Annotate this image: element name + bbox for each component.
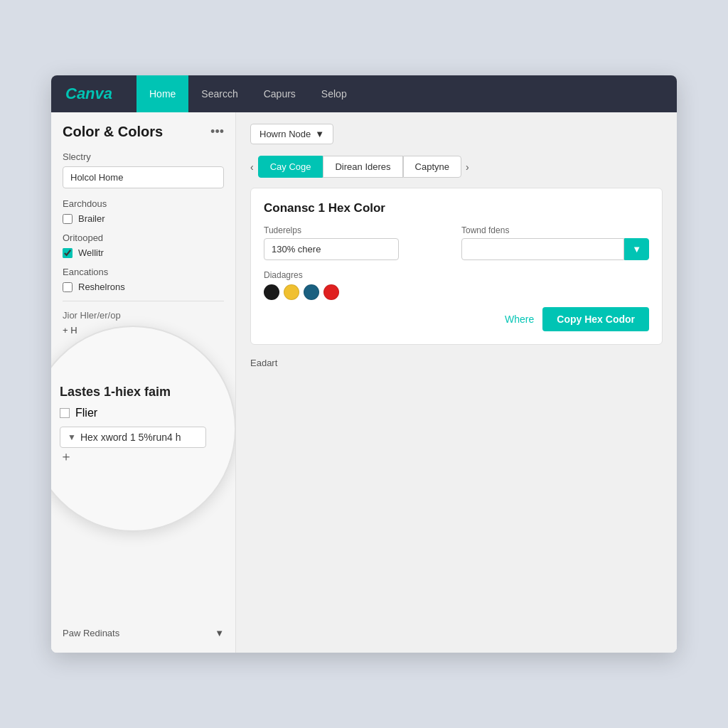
magnified-checkbox-row: Flier <box>60 407 206 419</box>
tab-chevron-left-icon[interactable]: ‹ <box>250 161 254 173</box>
export-label: Eadart <box>250 355 663 371</box>
sidebar-title: Color & Colors <box>63 124 163 140</box>
checkbox-item-brailer: Brailer <box>63 213 224 224</box>
nav-item-selop[interactable]: Selop <box>309 75 360 112</box>
checkbox-item-wellitr: Wellitr <box>63 247 224 258</box>
tab-direan-ideres[interactable]: Direan Ideres <box>323 156 402 178</box>
plus-icon-row[interactable]: ＋ <box>60 448 206 465</box>
checkbox-label-earchdous: Earchdous <box>63 198 224 209</box>
nav-item-search[interactable]: Searcch <box>188 75 250 112</box>
checkbox-group-earchdous: Earchdous Brailer <box>63 198 224 224</box>
tab-cay-coge[interactable]: Cay Coge <box>258 156 323 178</box>
right-panel: Howrn Node ▼ ‹ Cay Coge Direan Ideres Ca… <box>236 112 677 653</box>
swatch-yellow[interactable] <box>284 284 299 300</box>
paw-section: Paw Redinats ▼ <box>63 628 224 638</box>
checkbox-group-eancations: Eancations Reshelrons <box>63 267 224 292</box>
checkbox-group-oritooped: Oritooped Wellitr <box>63 232 224 258</box>
filter-section-slectry: Slectry Holcol Home <box>63 151 224 188</box>
checkbox-wellitr-label: Wellitr <box>78 247 104 258</box>
magnified-checkbox-label: Flier <box>75 407 97 419</box>
paw-chevron-icon[interactable]: ▼ <box>215 628 224 638</box>
checkbox-reshelrons-label: Reshelrons <box>78 282 125 292</box>
checkbox-label-eancations: Eancations <box>63 267 224 277</box>
magnified-dropdown[interactable]: ▼ Hex xword 1 5%run4 h <box>60 427 206 448</box>
swatch-red[interactable] <box>323 284 339 300</box>
sidebar-title-row: Color & Colors ••• <box>63 124 224 140</box>
top-nav: Canva Home Searcch Capurs Selop <box>51 75 677 112</box>
sidebar: Color & Colors ••• Slectry Holcol Home E… <box>51 112 236 653</box>
colors-label: Diadagres <box>264 270 649 280</box>
nav-item-capurs[interactable]: Capurs <box>251 75 309 112</box>
magnified-checkbox[interactable] <box>60 408 70 418</box>
card-title: Conansc 1 Hex Color <box>264 201 649 215</box>
plus-icon: ＋ <box>60 448 73 465</box>
fields-row: Tuderelps Townd fdens ▼ <box>264 225 649 260</box>
field-input-2[interactable] <box>461 238 624 260</box>
checkbox-label-oritooped: Oritooped <box>63 232 224 243</box>
where-link[interactable]: Where <box>505 314 534 325</box>
tab-captyne[interactable]: Captyne <box>403 156 461 178</box>
swatch-black[interactable] <box>264 284 279 300</box>
field-input-row-2: ▼ <box>461 238 649 260</box>
field-label-1: Tuderelps <box>264 225 451 235</box>
mode-dropdown[interactable]: Howrn Node ▼ <box>250 124 333 144</box>
tab-chevron-right-icon[interactable]: › <box>466 161 469 173</box>
magnified-heading: Lastes 1-hiex faim <box>60 385 206 400</box>
checkbox-brailer-label: Brailer <box>78 213 105 224</box>
swatch-teal[interactable] <box>304 284 319 300</box>
section-heading: Jior Hler/er/op <box>63 310 224 321</box>
app-window: Canva Home Searcch Capurs Selop Color & … <box>51 75 677 653</box>
field-input-1[interactable] <box>264 238 399 260</box>
filter-label-slectry: Slectry <box>63 151 224 162</box>
mode-dropdown-label: Howrn Node <box>259 129 311 139</box>
magnified-dropdown-text: Hex xword 1 5%run4 h <box>80 432 181 443</box>
checkbox-reshelrons[interactable] <box>63 282 73 292</box>
checkbox-brailer[interactable] <box>63 214 73 224</box>
right-header: Howrn Node ▼ <box>250 124 663 144</box>
sidebar-menu-dots[interactable]: ••• <box>210 124 224 139</box>
checkbox-wellitr[interactable] <box>63 248 73 258</box>
nav-logo: Canva <box>51 75 136 112</box>
nav-items: Home Searcch Capurs Selop <box>136 75 360 112</box>
nav-item-home[interactable]: Home <box>136 75 188 112</box>
field-group-2: Townd fdens ▼ <box>461 225 649 260</box>
tabs-row: ‹ Cay Coge Direan Ideres Captyne › <box>250 156 663 178</box>
paw-label: Paw Redinats <box>63 628 119 638</box>
magnified-circle: Lastes 1-hiex faim Flier ▼ Hex xword 1 5… <box>51 326 236 532</box>
field-label-2: Townd fdens <box>461 225 649 235</box>
color-card: Conansc 1 Hex Color Tuderelps Townd fden… <box>250 188 663 345</box>
field-group-1: Tuderelps <box>264 225 451 260</box>
paw-row: Paw Redinats ▼ <box>63 628 224 638</box>
checkbox-item-reshelrons: Reshelrons <box>63 282 224 292</box>
chevron-down-icon: ▼ <box>315 129 324 139</box>
color-swatches <box>264 284 649 300</box>
card-footer: Where Copy Hex Codor <box>264 300 649 331</box>
add-label: + H <box>63 325 77 336</box>
copy-hex-button[interactable]: Copy Hex Codor <box>542 307 649 331</box>
field-btn-teal[interactable]: ▼ <box>624 238 649 260</box>
main-content: Color & Colors ••• Slectry Holcol Home E… <box>51 112 677 653</box>
select-holcol[interactable]: Holcol Home <box>63 166 224 188</box>
chevron-down-icon: ▼ <box>68 432 76 442</box>
divider <box>63 301 224 301</box>
